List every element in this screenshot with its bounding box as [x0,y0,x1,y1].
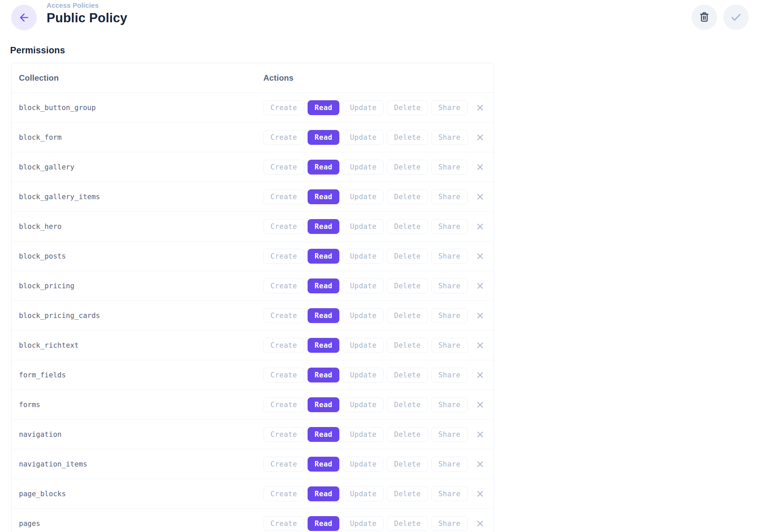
action-create-button[interactable]: Create [263,397,304,412]
action-create-button[interactable]: Create [263,130,304,145]
action-share-button[interactable]: Share [431,278,468,293]
action-update-button[interactable]: Update [343,189,384,204]
action-read-button[interactable]: Read [308,278,340,293]
action-delete-button[interactable]: Delete [387,100,428,115]
action-update-button[interactable]: Update [343,100,384,115]
table-row: block_gallery CreateReadUpdateDeleteShar… [11,152,494,182]
action-share-button[interactable]: Share [431,249,468,264]
action-read-button[interactable]: Read [308,219,340,234]
remove-permission-button[interactable] [475,459,485,469]
action-update-button[interactable]: Update [343,457,384,472]
action-delete-button[interactable]: Delete [387,278,428,293]
action-share-button[interactable]: Share [431,427,468,442]
action-create-button[interactable]: Create [263,516,304,531]
action-share-button[interactable]: Share [431,219,468,234]
action-update-button[interactable]: Update [343,219,384,234]
remove-permission-button[interactable] [475,370,485,380]
action-create-button[interactable]: Create [263,249,304,264]
action-create-button[interactable]: Create [263,486,304,501]
action-update-button[interactable]: Update [343,486,384,501]
action-read-button[interactable]: Read [308,457,340,472]
remove-permission-button[interactable] [475,519,485,528]
action-delete-button[interactable]: Delete [387,486,428,501]
action-share-button[interactable]: Share [431,486,468,501]
breadcrumb[interactable]: Access Policies [47,1,127,10]
action-read-button[interactable]: Read [308,338,340,353]
action-delete-button[interactable]: Delete [387,249,428,264]
action-share-button[interactable]: Share [431,100,468,115]
remove-permission-button[interactable] [475,192,485,202]
action-create-button[interactable]: Create [263,338,304,353]
action-delete-button[interactable]: Delete [387,130,428,145]
action-delete-button[interactable]: Delete [387,368,428,382]
remove-permission-button[interactable] [475,162,485,172]
action-share-button[interactable]: Share [431,338,468,353]
delete-policy-button[interactable] [691,4,717,30]
action-update-button[interactable]: Update [343,427,384,442]
action-share-button[interactable]: Share [431,516,468,531]
x-icon [475,370,485,380]
action-create-button[interactable]: Create [263,189,304,204]
action-delete-button[interactable]: Delete [387,427,428,442]
action-create-button[interactable]: Create [263,308,304,323]
action-delete-button[interactable]: Delete [387,338,428,353]
action-read-button[interactable]: Read [308,368,340,382]
actions-cell: CreateReadUpdateDeleteShare [263,516,494,531]
back-button[interactable] [11,5,37,30]
action-create-button[interactable]: Create [263,100,304,115]
arrow-left-icon [18,11,30,24]
action-delete-button[interactable]: Delete [387,516,428,531]
action-update-button[interactable]: Update [343,130,384,145]
remove-permission-button[interactable] [475,400,485,409]
action-share-button[interactable]: Share [431,397,468,412]
action-update-button[interactable]: Update [343,397,384,412]
action-read-button[interactable]: Read [308,427,340,442]
action-update-button[interactable]: Update [343,516,384,531]
action-delete-button[interactable]: Delete [387,189,428,204]
action-read-button[interactable]: Read [308,516,340,531]
remove-permission-button[interactable] [475,489,485,499]
action-create-button[interactable]: Create [263,278,304,293]
remove-permission-button[interactable] [475,341,485,350]
remove-permission-button[interactable] [475,133,485,142]
action-read-button[interactable]: Read [308,308,340,323]
action-share-button[interactable]: Share [431,189,468,204]
action-share-button[interactable]: Share [431,308,468,323]
remove-permission-button[interactable] [475,311,485,320]
action-share-button[interactable]: Share [431,368,468,382]
action-create-button[interactable]: Create [263,219,304,234]
action-delete-button[interactable]: Delete [387,457,428,472]
action-create-button[interactable]: Create [263,427,304,442]
action-update-button[interactable]: Update [343,338,384,353]
action-update-button[interactable]: Update [343,249,384,264]
action-share-button[interactable]: Share [431,160,468,175]
action-read-button[interactable]: Read [308,249,340,264]
table-row: block_gallery_items CreateReadUpdateDele… [11,182,494,212]
action-create-button[interactable]: Create [263,457,304,472]
action-share-button[interactable]: Share [431,457,468,472]
action-delete-button[interactable]: Delete [387,219,428,234]
remove-permission-button[interactable] [475,430,485,439]
action-update-button[interactable]: Update [343,368,384,382]
action-create-button[interactable]: Create [263,160,304,175]
action-delete-button[interactable]: Delete [387,397,428,412]
action-share-button[interactable]: Share [431,130,468,145]
action-read-button[interactable]: Read [308,397,340,412]
action-read-button[interactable]: Read [308,486,340,501]
action-update-button[interactable]: Update [343,160,384,175]
remove-permission-button[interactable] [475,281,485,291]
action-read-button[interactable]: Read [308,130,340,145]
remove-permission-button[interactable] [475,251,485,261]
action-read-button[interactable]: Read [308,189,340,204]
action-delete-button[interactable]: Delete [387,308,428,323]
action-update-button[interactable]: Update [343,278,384,293]
action-create-button[interactable]: Create [263,368,304,382]
action-delete-button[interactable]: Delete [387,160,428,175]
action-update-button[interactable]: Update [343,308,384,323]
remove-permission-button[interactable] [475,103,485,112]
actions-cell: CreateReadUpdateDeleteShare [263,278,494,293]
action-read-button[interactable]: Read [308,160,340,175]
action-read-button[interactable]: Read [308,100,340,115]
remove-permission-button[interactable] [475,222,485,231]
save-button[interactable] [723,4,749,30]
